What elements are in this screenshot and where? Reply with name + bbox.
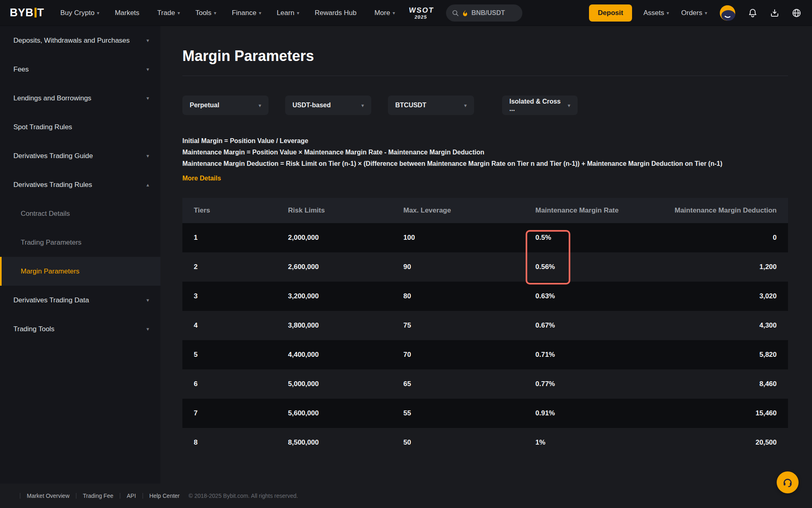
sidebar-item[interactable]: Trading Parameters <box>0 228 160 257</box>
logo-orange-bar <box>35 8 37 17</box>
sidebar-item-label: Spot Trading Rules <box>13 123 72 131</box>
cell-tier: 6 <box>194 380 288 388</box>
table-body: 1 2,000,000 100 0.5% 0 2 2,600,000 90 0.… <box>182 223 788 457</box>
cell-risk-limit: 3,200,000 <box>288 292 403 300</box>
cell-mm-deduction: 3,020 <box>645 292 777 300</box>
cell-mm-deduction: 5,820 <box>645 351 777 359</box>
cell-max-leverage: 55 <box>403 409 535 417</box>
cell-tier: 1 <box>194 234 288 242</box>
chevron-down-icon: ▾ <box>667 10 669 16</box>
sidebar-item[interactable]: Trading Tools ▾ <box>0 315 160 343</box>
chevron-down-icon: ▾ <box>178 10 180 16</box>
nav-menu-item-label: Learn <box>277 9 294 17</box>
cell-mm-rate: 1% <box>535 439 645 447</box>
footer-link[interactable]: Market Overview <box>27 493 69 499</box>
cell-risk-limit: 8,500,000 <box>288 439 403 447</box>
bell-icon <box>748 8 758 18</box>
search-input[interactable]: BNB/USDT <box>446 4 522 22</box>
chevron-icon: ▾ <box>146 153 149 159</box>
avatar[interactable] <box>719 5 736 21</box>
cell-mm-rate: 0.91% <box>535 409 645 417</box>
footer-link[interactable]: API <box>127 493 136 499</box>
sidebar-item[interactable]: Lendings and Borrowings ▾ <box>0 84 160 113</box>
footer-link-item: Help Center <box>136 493 180 499</box>
download-icon <box>770 8 780 18</box>
cell-mm-deduction: 0 <box>645 234 777 242</box>
sidebar-item-label: Deposits, Withdrawals and Purchases <box>13 37 130 45</box>
download-app-button[interactable] <box>770 8 780 18</box>
chevron-down-icon: ▾ <box>705 10 707 16</box>
nav-menu-item[interactable]: Learn ▾ <box>277 9 299 17</box>
sidebar-item[interactable]: Derivatives Trading Rules ▴ <box>0 170 160 199</box>
wsot-line1: WSOT <box>409 7 435 14</box>
filter-dropdown[interactable]: Perpetual ▾ <box>182 96 269 115</box>
orders-menu[interactable]: Orders ▾ <box>681 9 707 17</box>
sidebar-item[interactable]: Contract Details <box>0 199 160 228</box>
chevron-icon: ▾ <box>146 326 149 332</box>
sidebar-item-label: Derivatives Trading Guide <box>13 152 93 160</box>
cell-mm-rate: 0.77% <box>535 380 645 388</box>
chevron-down-icon: ▾ <box>214 10 217 16</box>
nav-menu-item[interactable]: More ▾ <box>375 9 395 17</box>
nav-menu-item[interactable]: Trade ▾ <box>157 9 180 17</box>
chevron-icon: ▾ <box>146 297 149 303</box>
filter-dropdown[interactable]: USDT-based ▾ <box>285 96 371 115</box>
nav-menu-item-label: Tools <box>195 9 212 17</box>
sidebar-item[interactable]: Derivatives Trading Guide ▾ <box>0 141 160 170</box>
logo-text-left: BYB <box>10 7 34 19</box>
search-value: BNB/USDT <box>471 9 505 17</box>
nav-menu-item[interactable]: Rewards Hub <box>315 9 359 17</box>
footer-link[interactable]: Help Center <box>149 493 180 499</box>
content-shell: Deposits, Withdrawals and Purchases ▾ Fe… <box>0 26 812 484</box>
footer-link-item: Trading Fee <box>69 493 113 499</box>
chevron-icon: ▴ <box>146 182 149 188</box>
cell-mm-deduction: 20,500 <box>645 439 777 447</box>
cell-mm-rate: 0.56% <box>535 263 645 271</box>
filter-dropdown[interactable]: Isolated & Cross ... ▾ <box>502 96 578 115</box>
nav-menu-item[interactable]: Markets <box>115 9 142 17</box>
footer-link[interactable]: Trading Fee <box>83 493 113 499</box>
cell-risk-limit: 4,400,000 <box>288 351 403 359</box>
formula-line: Maintenance Margin = Position Value × Ma… <box>182 147 788 158</box>
headset-icon <box>782 477 793 488</box>
notifications-button[interactable] <box>748 8 758 18</box>
search-icon <box>452 9 459 17</box>
table-row: 6 5,000,000 65 0.77% 8,460 <box>182 369 788 399</box>
cell-mm-rate: 0.63% <box>535 292 645 300</box>
col-header-mm-rate: Maintenance Margin Rate <box>535 206 645 215</box>
col-header-risk-limits: Risk Limits <box>288 206 403 215</box>
filter-dropdown-value: BTCUSDT <box>395 102 426 109</box>
filter-dropdown[interactable]: BTCUSDT ▾ <box>388 96 474 115</box>
cell-max-leverage: 65 <box>403 380 535 388</box>
cell-risk-limit: 3,800,000 <box>288 321 403 330</box>
filter-dropdown-value: Isolated & Cross ... <box>509 98 567 113</box>
nav-menu-item[interactable]: Tools ▾ <box>195 9 217 17</box>
nav-menu-item-label: Rewards Hub <box>315 9 357 17</box>
chevron-icon: ▾ <box>146 95 149 101</box>
chevron-down-icon: ▾ <box>567 102 570 109</box>
col-header-mm-deduction: Maintenance Margin Deduction <box>645 206 777 215</box>
bybit-logo[interactable]: BYBT <box>10 7 44 19</box>
chevron-down-icon: ▾ <box>464 102 467 109</box>
sidebar-item[interactable]: Margin Parameters <box>0 257 160 286</box>
chevron-down-icon: ▾ <box>392 10 395 16</box>
cell-tier: 2 <box>194 263 288 271</box>
nav-menu-item[interactable]: Buy Crypto ▾ <box>61 9 100 17</box>
cell-mm-deduction: 4,300 <box>645 321 777 330</box>
support-chat-button[interactable] <box>777 471 799 493</box>
cell-mm-deduction: 15,460 <box>645 409 777 417</box>
assets-menu[interactable]: Assets ▾ <box>643 9 669 17</box>
sidebar-item[interactable]: Deposits, Withdrawals and Purchases ▾ <box>0 26 160 55</box>
cell-max-leverage: 80 <box>403 292 535 300</box>
chevron-icon: ▾ <box>146 37 149 43</box>
language-button[interactable] <box>792 8 801 18</box>
cell-mm-deduction: 8,460 <box>645 380 777 388</box>
sidebar-item[interactable]: Derivatives Trading Data ▾ <box>0 286 160 315</box>
sidebar-item[interactable]: Spot Trading Rules <box>0 113 160 141</box>
more-details-link[interactable]: More Details <box>182 173 221 184</box>
col-header-tiers: Tiers <box>194 206 288 215</box>
wsot-2025-logo[interactable]: WSOT 2025 <box>408 7 435 20</box>
deposit-button[interactable]: Deposit <box>589 4 632 22</box>
nav-menu-item[interactable]: Finance ▾ <box>232 9 262 17</box>
sidebar-item[interactable]: Fees ▾ <box>0 55 160 84</box>
